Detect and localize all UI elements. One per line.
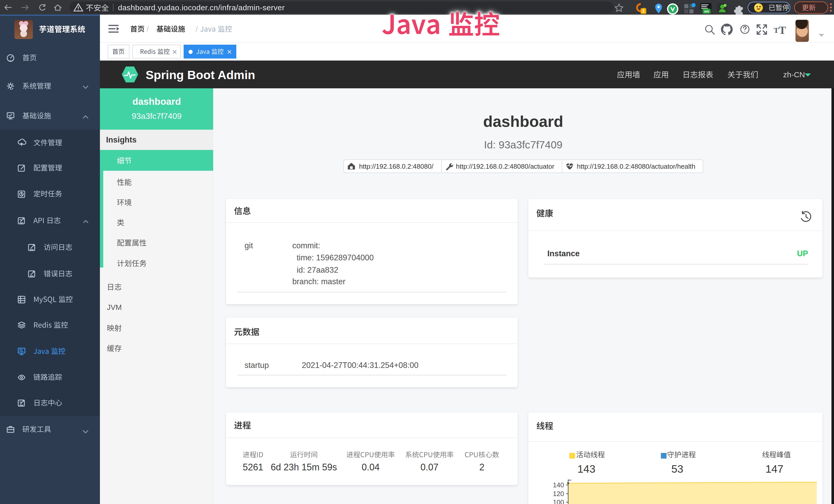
svg-text:on: on <box>704 9 709 13</box>
svg-text:1: 1 <box>642 8 645 14</box>
svg-text:T: T <box>779 24 786 36</box>
svg-text:T: T <box>774 26 779 35</box>
